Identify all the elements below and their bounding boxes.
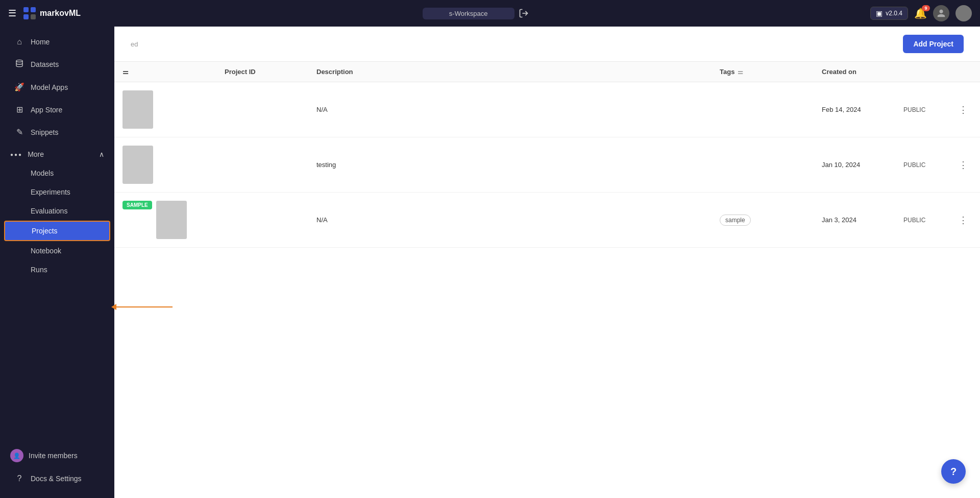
row2-visibility: PUBLIC bbox=[895, 137, 946, 193]
row2-thumbnail bbox=[122, 146, 153, 184]
content-header: ed Add Project bbox=[114, 27, 980, 62]
more-header-left: ●●● More bbox=[10, 150, 44, 158]
table-container: ⚌ Project ID Description bbox=[114, 62, 980, 498]
row2-image-cell bbox=[114, 137, 216, 193]
sidebar-item-label: Snippets bbox=[31, 128, 58, 136]
sidebar-item-model-apps[interactable]: 🚀 Model Apps bbox=[4, 76, 110, 98]
logo-icon bbox=[22, 6, 37, 20]
row3-description: N/A bbox=[308, 193, 712, 248]
experiments-label: Experiments bbox=[31, 188, 70, 196]
topbar-left: ☰ markovML bbox=[8, 6, 81, 20]
th-project-id: Project ID bbox=[216, 62, 308, 82]
project-id-header: Project ID bbox=[225, 68, 256, 76]
breadcrumb: ed bbox=[131, 40, 138, 48]
notebook-label: Notebook bbox=[31, 247, 61, 255]
sidebar-more-header[interactable]: ●●● More ∧ bbox=[0, 145, 114, 163]
sidebar-item-runs[interactable]: Runs bbox=[4, 260, 110, 279]
sidebar-item-experiments[interactable]: Experiments bbox=[4, 183, 110, 201]
row3-thumbnail bbox=[156, 201, 187, 239]
logo-text: markovML bbox=[40, 9, 81, 18]
notifications-button[interactable]: 🔔 9 bbox=[914, 7, 927, 19]
table-row: testing Jan 10, 2024 PUBLIC ⋮ bbox=[114, 137, 980, 193]
row3-project-id bbox=[216, 193, 308, 248]
row3-more-menu-button[interactable]: ⋮ bbox=[954, 212, 972, 228]
row1-actions: ⋮ bbox=[946, 82, 980, 137]
topbar-center: s-Workspace bbox=[423, 8, 529, 19]
row1-description: N/A bbox=[308, 82, 712, 137]
created-on-header: Created on bbox=[822, 68, 856, 76]
sidebar-item-projects[interactable]: Projects bbox=[4, 221, 110, 241]
th-actions bbox=[946, 62, 980, 82]
sidebar-more-section: ●●● More ∧ Models Experiments Evaluation… bbox=[0, 145, 114, 279]
user-icon bbox=[937, 9, 946, 18]
row2-tags bbox=[712, 137, 814, 193]
add-project-button[interactable]: Add Project bbox=[903, 35, 964, 53]
snippets-icon: ✎ bbox=[14, 127, 24, 137]
table-row: N/A Feb 14, 2024 PUBLIC ⋮ bbox=[114, 82, 980, 137]
docs-icon: ? bbox=[14, 474, 24, 483]
sidebar-item-models[interactable]: Models bbox=[4, 164, 110, 182]
sidebar-item-evaluations[interactable]: Evaluations bbox=[4, 202, 110, 220]
app-store-icon: ⊞ bbox=[14, 105, 24, 114]
sidebar-invite-members[interactable]: 👤 Invite members bbox=[0, 444, 114, 467]
row2-created: Jan 10, 2024 bbox=[814, 137, 895, 193]
tags-header: Tags bbox=[720, 68, 734, 76]
filter-icon[interactable]: ⚌ bbox=[122, 68, 129, 76]
version-badge: ▣ v2.0.4 bbox=[870, 7, 908, 20]
description-header: Description bbox=[316, 68, 353, 76]
row2-more-menu-button[interactable]: ⋮ bbox=[954, 157, 972, 173]
terminal-icon: ▣ bbox=[876, 9, 883, 17]
workspace-exit-button[interactable] bbox=[519, 8, 529, 18]
sidebar-item-notebook[interactable]: Notebook bbox=[4, 242, 110, 260]
row1-thumbnail bbox=[122, 90, 153, 129]
profile-icon[interactable] bbox=[933, 5, 949, 21]
sidebar-item-label: Model Apps bbox=[31, 83, 68, 91]
row1-more-menu-button[interactable]: ⋮ bbox=[954, 102, 972, 117]
row1-visibility: PUBLIC bbox=[895, 82, 946, 137]
model-apps-icon: 🚀 bbox=[14, 82, 24, 92]
svg-rect-1 bbox=[31, 7, 36, 12]
more-label: More bbox=[28, 150, 44, 158]
main-layout: ⌂ Home Datasets 🚀 Model Apps ⊞ bbox=[0, 27, 980, 498]
sidebar-item-app-store[interactable]: ⊞ App Store bbox=[4, 99, 110, 121]
projects-table: ⚌ Project ID Description bbox=[114, 62, 980, 248]
sidebar-item-home[interactable]: ⌂ Home bbox=[4, 31, 110, 53]
evaluations-label: Evaluations bbox=[31, 207, 67, 215]
content-area: ed Add Project ⚌ Project ID bbox=[114, 27, 980, 498]
sidebar-bottom: 👤 Invite members ? Docs & Settings bbox=[0, 436, 114, 490]
invite-avatar: 👤 bbox=[10, 449, 23, 462]
workspace-badge: s-Workspace bbox=[423, 8, 514, 19]
sidebar-item-label: Home bbox=[31, 38, 50, 46]
row3-created: Jan 3, 2024 bbox=[814, 193, 895, 248]
tag-chip: sample bbox=[720, 215, 751, 226]
sidebar-item-datasets[interactable]: Datasets bbox=[4, 53, 110, 76]
row2-actions: ⋮ bbox=[946, 137, 980, 193]
workspace-label: s-Workspace bbox=[449, 10, 488, 17]
runs-label: Runs bbox=[31, 266, 47, 274]
row1-created: Feb 14, 2024 bbox=[814, 82, 895, 137]
th-created-on: Created on bbox=[814, 62, 895, 82]
row1-image-cell bbox=[114, 82, 216, 137]
datasets-icon bbox=[14, 59, 24, 69]
chevron-up-icon: ∧ bbox=[99, 150, 104, 158]
svg-point-5 bbox=[16, 60, 22, 62]
hamburger-button[interactable]: ☰ bbox=[8, 8, 16, 19]
invite-label: Invite members bbox=[29, 452, 78, 460]
row3-actions: ⋮ bbox=[946, 193, 980, 248]
svg-rect-3 bbox=[31, 14, 36, 19]
notification-count: 9 bbox=[922, 5, 930, 11]
sidebar-item-docs-settings[interactable]: ? Docs & Settings bbox=[4, 468, 110, 489]
logo-area: markovML bbox=[22, 6, 81, 20]
row1-tags bbox=[712, 82, 814, 137]
table-header-row: ⚌ Project ID Description bbox=[114, 62, 980, 82]
exit-icon bbox=[519, 8, 529, 18]
row2-description: testing bbox=[308, 137, 712, 193]
tags-filter-icon[interactable]: ⚌ bbox=[738, 68, 743, 76]
th-visibility bbox=[895, 62, 946, 82]
help-fab-button[interactable]: ? bbox=[941, 459, 966, 484]
sidebar: ⌂ Home Datasets 🚀 Model Apps ⊞ bbox=[0, 27, 114, 498]
sidebar-item-snippets[interactable]: ✎ Snippets bbox=[4, 121, 110, 143]
avatar[interactable] bbox=[955, 5, 972, 21]
table-row: SAMPLE N/A sample Jan 3, 2024 PUBLIC bbox=[114, 193, 980, 248]
menu-icon: ☰ bbox=[8, 8, 16, 19]
